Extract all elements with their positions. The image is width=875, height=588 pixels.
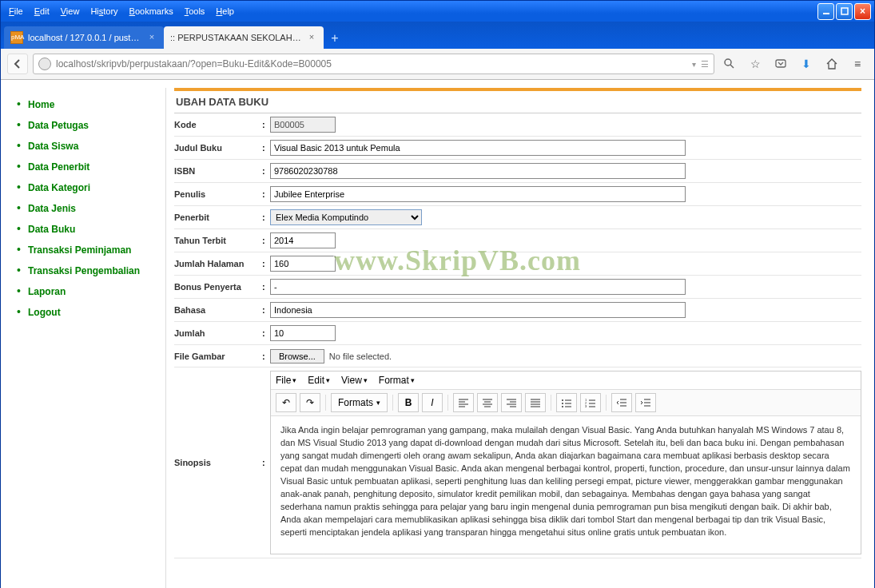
editor-menu-edit[interactable]: Edit ▾ <box>308 375 330 386</box>
sinopsis-textarea[interactable]: Jika Anda ingin belajar pemrograman yang… <box>271 416 861 554</box>
indent-button[interactable] <box>635 393 656 412</box>
tahun-label: Tahun Terbit <box>174 236 262 245</box>
main-panel: UBAH DATA BUKU www.SkripVB.com Kode: Jud… <box>165 88 861 588</box>
svg-point-23 <box>562 403 563 404</box>
tab-label: :: PERPUSTAKAAN SEKOLAH - Sist... <box>170 33 301 42</box>
formats-dropdown[interactable]: Formats▾ <box>331 393 388 412</box>
bonus-input[interactable] <box>270 279 686 295</box>
sidebar-item-buku[interactable]: Data Buku <box>14 219 157 240</box>
sidebar-item-penerbit[interactable]: Data Penerbit <box>14 157 157 177</box>
no-file-text: No file selected. <box>329 352 392 361</box>
chevron-down-icon[interactable]: ▾ <box>692 60 696 69</box>
sidebar-item-home[interactable]: Home <box>14 94 157 115</box>
tab-perpustakaan[interactable]: :: PERPUSTAKAAN SEKOLAH - Sist... × <box>164 26 324 49</box>
menu-bookmarks[interactable]: Bookmarks <box>125 5 178 18</box>
sidebar-item-logout[interactable]: Logout <box>14 302 157 323</box>
menu-file[interactable]: File <box>4 5 28 18</box>
browser-menubar: File Edit View History Bookmarks Tools H… <box>4 5 239 18</box>
penulis-label: Penulis <box>174 189 262 199</box>
menu-tools[interactable]: Tools <box>180 5 210 18</box>
home-icon[interactable] <box>821 54 842 74</box>
menu-help[interactable]: Help <box>211 5 239 18</box>
outdent-button[interactable] <box>611 393 632 412</box>
align-justify-button[interactable] <box>525 393 546 412</box>
bahasa-input[interactable] <box>270 302 686 318</box>
bullet-list-button[interactable] <box>556 393 577 412</box>
sidebar-item-pengembalian[interactable]: Transaksi Pengembalian <box>14 260 157 281</box>
tab-label: localhost / 127.0.0.1 / pustak... <box>28 33 141 42</box>
jumlah-label: Jumlah <box>174 328 262 338</box>
browser-toolbar: ▾ ☰ ☆ ⬇ ≡ <box>1 49 874 80</box>
file-label: File Gambar <box>174 352 262 361</box>
tab-close-icon[interactable]: × <box>306 32 317 43</box>
favicon-icon: pMA <box>10 31 23 44</box>
window-maximize[interactable] <box>836 3 853 20</box>
svg-point-21 <box>562 399 563 401</box>
url-input[interactable] <box>56 58 687 70</box>
bonus-label: Bonus Penyerta <box>174 282 262 292</box>
browser-tabbar: pMA localhost / 127.0.0.1 / pustak... × … <box>1 22 874 49</box>
svg-point-25 <box>562 406 563 407</box>
menu-history[interactable]: History <box>86 5 122 18</box>
back-button[interactable] <box>7 54 28 74</box>
download-icon[interactable]: ⬇ <box>796 54 817 74</box>
tahun-input[interactable] <box>270 232 336 248</box>
jumlah-input[interactable] <box>270 325 336 341</box>
svg-rect-1 <box>841 8 848 14</box>
isbn-input[interactable] <box>270 163 686 179</box>
editor-menu-view[interactable]: View ▾ <box>341 375 368 386</box>
align-left-button[interactable] <box>453 393 474 412</box>
page-title: UBAH DATA BUKU <box>174 93 861 113</box>
sidebar-item-siswa[interactable]: Data Siswa <box>14 136 157 157</box>
titlebar: File Edit View History Bookmarks Tools H… <box>1 1 874 22</box>
svg-line-3 <box>730 65 734 68</box>
align-right-button[interactable] <box>501 393 522 412</box>
sidebar: Home Data Petugas Data Siswa Data Penerb… <box>14 88 157 588</box>
sidebar-item-kategori[interactable]: Data Kategori <box>14 177 157 198</box>
penerbit-select[interactable]: Elex Media Komputindo <box>270 209 422 225</box>
sidebar-item-jenis[interactable]: Data Jenis <box>14 198 157 219</box>
svg-rect-0 <box>823 13 829 14</box>
window-minimize[interactable] <box>817 3 834 20</box>
reader-icon[interactable]: ☰ <box>701 59 709 70</box>
globe-icon <box>38 58 51 70</box>
judul-input[interactable] <box>270 140 686 156</box>
sidebar-item-laporan[interactable]: Laporan <box>14 281 157 302</box>
isbn-label: ISBN <box>174 166 262 176</box>
halaman-label: Jumlah Halaman <box>174 259 262 268</box>
italic-button[interactable]: I <box>422 393 443 412</box>
new-tab-button[interactable]: + <box>324 30 346 49</box>
kode-label: Kode <box>174 120 262 129</box>
redo-button[interactable]: ↷ <box>300 393 320 412</box>
editor-menu-format[interactable]: Format ▾ <box>379 375 415 386</box>
sidebar-item-peminjaman[interactable]: Transaksi Peminjaman <box>14 240 157 260</box>
hamburger-menu-icon[interactable]: ≡ <box>847 54 868 74</box>
align-center-button[interactable] <box>477 393 498 412</box>
search-icon[interactable] <box>719 54 740 74</box>
kode-input <box>270 117 336 133</box>
tab-phpmyadmin[interactable]: pMA localhost / 127.0.0.1 / pustak... × <box>4 26 164 49</box>
bookmark-star-icon[interactable]: ☆ <box>745 54 766 74</box>
sidebar-item-petugas[interactable]: Data Petugas <box>14 115 157 136</box>
pocket-icon[interactable] <box>770 54 791 74</box>
judul-label: Judul Buku <box>174 143 262 153</box>
rich-text-editor: File ▾ Edit ▾ View ▾ Format ▾ ↶ ↷ Format… <box>270 371 861 554</box>
window-close[interactable]: × <box>854 3 871 20</box>
svg-text:3: 3 <box>585 404 587 407</box>
menu-edit[interactable]: Edit <box>30 5 54 18</box>
tab-close-icon[interactable]: × <box>146 32 157 43</box>
editor-menu-file[interactable]: File ▾ <box>276 375 296 386</box>
svg-rect-4 <box>776 60 786 67</box>
halaman-input[interactable] <box>270 256 336 272</box>
address-bar[interactable]: ▾ ☰ <box>33 54 714 74</box>
number-list-button[interactable]: 123 <box>580 393 601 412</box>
undo-button[interactable]: ↶ <box>276 393 296 412</box>
svg-point-2 <box>725 59 731 66</box>
menu-view[interactable]: View <box>56 5 85 18</box>
browse-button[interactable]: Browse... <box>270 349 324 364</box>
bahasa-label: Bahasa <box>174 305 262 315</box>
penerbit-label: Penerbit <box>174 213 262 222</box>
bold-button[interactable]: B <box>398 393 419 412</box>
penulis-input[interactable] <box>270 186 686 202</box>
sinopsis-label: Sinopsis <box>174 371 262 554</box>
